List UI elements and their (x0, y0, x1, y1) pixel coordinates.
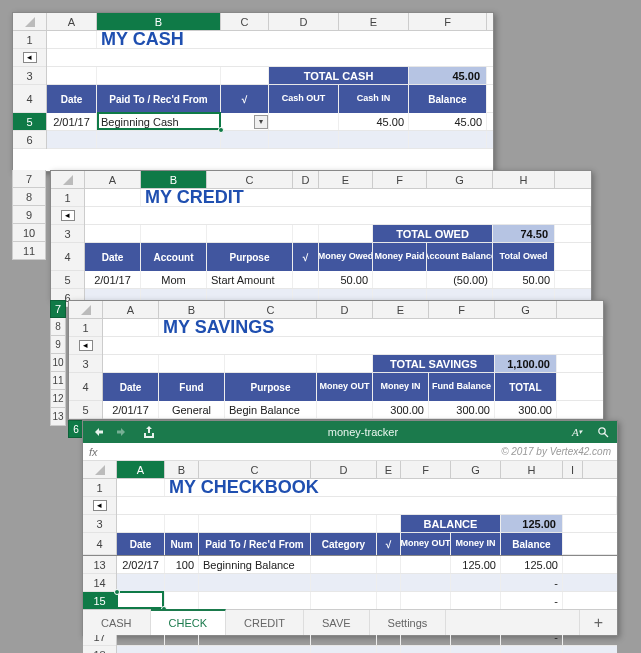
hdr-check: √ (221, 85, 269, 113)
sheet-tab-bar: CASH CHECK CREDIT SAVE Settings + (83, 609, 617, 635)
sheet-title: MY SAVINGS (159, 319, 603, 336)
col-C[interactable]: C (221, 13, 269, 30)
search-icon[interactable] (595, 424, 611, 440)
selection-handle[interactable] (114, 589, 120, 595)
tab-credit[interactable]: CREDIT (226, 610, 304, 635)
document-title: money-tracker (167, 426, 559, 438)
svg-marker-5 (95, 465, 105, 475)
row-4[interactable]: 4 (13, 85, 46, 113)
chevron-left-icon: ◂ (61, 210, 75, 221)
cash-sheet: A B C D E F 1 ◂ 3 4 5 6 MY CASH TOTAL CA… (12, 12, 494, 172)
col-F[interactable]: F (409, 13, 487, 30)
col-E[interactable]: E (339, 13, 409, 30)
add-sheet-button[interactable]: + (579, 610, 617, 635)
row-numbers-ext1: 7 8 9 10 11 (12, 170, 46, 260)
col-B[interactable]: B (97, 13, 221, 30)
select-all[interactable] (51, 171, 85, 188)
app-toolbar: money-tracker A▾ (83, 421, 617, 443)
collapse-row[interactable]: ◂ (13, 49, 46, 67)
forward-icon[interactable] (115, 424, 131, 440)
total-value: 1,100.00 (495, 355, 556, 372)
select-all[interactable] (13, 13, 47, 30)
select-all[interactable] (83, 461, 117, 478)
checkbook-window: money-tracker A▾ fx © 2017 by Vertex42.c… (82, 420, 618, 636)
balance-label: BALANCE (401, 515, 500, 532)
hdr-date: Date (47, 85, 97, 113)
savings-sheet: A B C D E F G 1 ◂ 3 4 5 MY SAVINGS TOTAL… (68, 300, 604, 420)
total-value: 74.50 (493, 225, 554, 242)
sheet-title: MY CREDIT (141, 189, 591, 206)
back-icon[interactable] (89, 424, 105, 440)
cell-date[interactable]: 2/01/17 (47, 113, 97, 130)
tab-check[interactable]: CHECK (151, 609, 227, 635)
select-all[interactable] (69, 301, 103, 318)
total-value: 45.00 (409, 67, 486, 84)
col-header-row: A B C D E F (13, 13, 493, 31)
font-icon[interactable]: A▾ (569, 424, 585, 440)
tab-settings[interactable]: Settings (370, 610, 447, 635)
sheet-title: MY CASH (97, 31, 493, 48)
cell-paidto[interactable]: Beginning Cash (97, 113, 221, 130)
hdr-paidto: Paid To / Rec'd From (97, 85, 221, 113)
total-label: TOTAL OWED (373, 225, 492, 242)
cell-in[interactable]: 45.00 (339, 113, 409, 130)
select-all-icon (81, 305, 91, 315)
cell-out[interactable] (269, 113, 339, 130)
chevron-left-icon: ◂ (23, 52, 37, 63)
dropdown-button[interactable]: ▾ (254, 115, 268, 129)
select-all-icon (63, 175, 73, 185)
hdr-bal: Balance (409, 85, 487, 113)
svg-marker-2 (81, 305, 91, 315)
chevron-left-icon: ◂ (93, 500, 107, 511)
tab-cash[interactable]: CASH (83, 610, 151, 635)
svg-marker-1 (63, 175, 73, 185)
copyright: © 2017 by Vertex42.com (106, 446, 611, 457)
fx-label: fx (89, 446, 98, 458)
select-all-icon (95, 465, 105, 475)
chevron-left-icon: ◂ (79, 340, 93, 351)
hdr-out: Cash OUT (269, 85, 339, 113)
row-1[interactable]: 1 (13, 31, 46, 49)
hdr-in: Cash IN (339, 85, 409, 113)
row-6[interactable]: 6 (13, 131, 46, 149)
svg-line-4 (605, 434, 609, 438)
col-A[interactable]: A (47, 13, 97, 30)
credit-sheet: A B C D E F G H 1 ◂ 3 4 5 6 MY CREDIT (50, 170, 592, 300)
col-D[interactable]: D (269, 13, 339, 30)
share-icon[interactable] (141, 424, 157, 440)
svg-point-3 (599, 428, 605, 434)
row-numbers-ext2: 7 8 9 10 11 12 13 (50, 300, 66, 426)
balance-value: 125.00 (501, 515, 562, 532)
row-5[interactable]: 5 (13, 113, 46, 131)
sheet-title: MY CHECKBOOK (165, 479, 617, 496)
select-all-icon (25, 17, 35, 27)
svg-marker-0 (25, 17, 35, 27)
tab-save[interactable]: SAVE (304, 610, 370, 635)
formula-bar[interactable]: fx © 2017 by Vertex42.com (83, 443, 617, 461)
row-3[interactable]: 3 (13, 67, 46, 85)
row-numbers: 1 ◂ 3 4 5 6 (13, 31, 47, 149)
selection-handle[interactable] (218, 127, 224, 133)
cell-bal[interactable]: 45.00 (409, 113, 487, 130)
total-label: TOTAL SAVINGS (373, 355, 494, 372)
total-label: TOTAL CASH (269, 67, 408, 84)
